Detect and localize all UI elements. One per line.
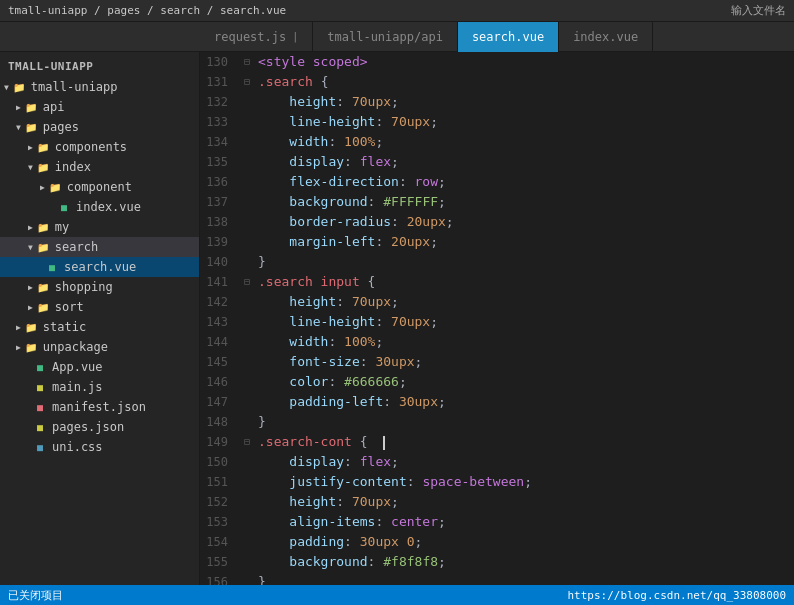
tab-api[interactable]: tmall-uniapp/api <box>313 22 458 52</box>
sidebar-item-label: pages <box>43 120 79 134</box>
sidebar-item-label: index.vue <box>76 200 141 214</box>
sidebar-item-index[interactable]: ▼ 📁 index <box>0 157 199 177</box>
sidebar-item-index-vue[interactable]: ■ index.vue <box>0 197 199 217</box>
sidebar-item-components[interactable]: ▶ 📁 components <box>0 137 199 157</box>
sidebar-item-manifest-json[interactable]: ■ manifest.json <box>0 397 199 417</box>
chevron-right-icon: ▶ <box>28 283 33 292</box>
folder-icon: 📁 <box>35 299 51 315</box>
sidebar-item-main-js[interactable]: ■ main.js <box>0 377 199 397</box>
folder-icon: 📁 <box>35 159 51 175</box>
folder-icon: 📁 <box>23 319 39 335</box>
sidebar-item-label: index <box>55 160 91 174</box>
vue-icon: ■ <box>56 199 72 215</box>
chevron-right-icon: ▶ <box>28 223 33 232</box>
folder-icon: 📁 <box>35 239 51 255</box>
sidebar-item-shopping[interactable]: ▶ 📁 shopping <box>0 277 199 297</box>
sidebar-item-label: sort <box>55 300 84 314</box>
code-line-155: 155 background: #f8f8f8; <box>200 552 794 572</box>
js-icon: ■ <box>32 379 48 395</box>
sidebar-item-label: my <box>55 220 69 234</box>
status-right: https://blog.csdn.net/qq_33808000 <box>567 589 786 602</box>
tab-separator: | <box>292 31 298 42</box>
sidebar-item-label: search <box>55 240 98 254</box>
code-line-143: 143 line-height: 70upx; <box>200 312 794 332</box>
sidebar-item-my[interactable]: ▶ 📁 my <box>0 217 199 237</box>
folder-icon: 📁 <box>23 99 39 115</box>
code-line-150: 150 display: flex; <box>200 452 794 472</box>
code-line-137: 137 background: #FFFFFF; <box>200 192 794 212</box>
code-line-132: 132 height: 70upx; <box>200 92 794 112</box>
sidebar-item-label: static <box>43 320 86 334</box>
code-line-130: 130 ⊟ <style scoped> <box>200 52 794 72</box>
sidebar-item-label: manifest.json <box>52 400 146 414</box>
code-line-131: 131 ⊟ .search { <box>200 72 794 92</box>
chevron-down-icon: ▼ <box>28 243 33 252</box>
sidebar-item-label: unpackage <box>43 340 108 354</box>
sidebar-item-pages-json[interactable]: ■ pages.json <box>0 417 199 437</box>
css-icon: ■ <box>32 439 48 455</box>
code-line-135: 135 display: flex; <box>200 152 794 172</box>
sidebar-item-root[interactable]: ▼ 📁 tmall-uniapp <box>0 77 199 97</box>
editor-hint: 输入文件名 <box>731 3 786 18</box>
json-icon: ■ <box>32 399 48 415</box>
folder-icon: 📁 <box>11 79 27 95</box>
code-line-145: 145 font-size: 30upx; <box>200 352 794 372</box>
code-line-142: 142 height: 70upx; <box>200 292 794 312</box>
sidebar-item-uni-css[interactable]: ■ uni.css <box>0 437 199 457</box>
sidebar-item-app-vue[interactable]: ■ App.vue <box>0 357 199 377</box>
status-left: 已关闭项目 <box>8 588 63 603</box>
sidebar-item-label: api <box>43 100 65 114</box>
tab-index-vue[interactable]: index.vue <box>559 22 653 52</box>
sidebar-item-label: component <box>67 180 132 194</box>
code-editor[interactable]: 130 ⊟ <style scoped> 131 ⊟ .search { 132… <box>200 52 794 585</box>
chevron-down-icon: ▼ <box>4 83 9 92</box>
folder-icon: 📁 <box>35 279 51 295</box>
chevron-down-icon: ▼ <box>16 123 21 132</box>
sidebar-item-pages[interactable]: ▼ 📁 pages <box>0 117 199 137</box>
sidebar[interactable]: TMALL-UNIAPP ▼ 📁 tmall-uniapp ▶ 📁 api ▼ … <box>0 52 200 585</box>
chevron-right-icon: ▶ <box>16 323 21 332</box>
chevron-right-icon: ▶ <box>16 343 21 352</box>
code-line-146: 146 color: #666666; <box>200 372 794 392</box>
code-line-136: 136 flex-direction: row; <box>200 172 794 192</box>
code-line-151: 151 justify-content: space-between; <box>200 472 794 492</box>
chevron-right-icon: ▶ <box>40 183 45 192</box>
sidebar-item-search-vue[interactable]: ■ search.vue <box>0 257 199 277</box>
sidebar-item-api[interactable]: ▶ 📁 api <box>0 97 199 117</box>
tab-request-js[interactable]: request.js | <box>200 22 313 52</box>
code-line-138: 138 border-radius: 20upx; <box>200 212 794 232</box>
json-icon: ■ <box>32 419 48 435</box>
code-line-139: 139 margin-left: 20upx; <box>200 232 794 252</box>
tab-search-vue[interactable]: search.vue <box>458 22 559 52</box>
sidebar-item-label: App.vue <box>52 360 103 374</box>
folder-icon: 📁 <box>35 219 51 235</box>
sidebar-title: TMALL-UNIAPP <box>0 56 199 77</box>
chevron-down-icon: ▼ <box>28 163 33 172</box>
code-line-134: 134 width: 100%; <box>200 132 794 152</box>
sidebar-item-label: main.js <box>52 380 103 394</box>
sidebar-item-label: components <box>55 140 127 154</box>
folder-icon: 📁 <box>47 179 63 195</box>
sidebar-item-search[interactable]: ▼ 📁 search <box>0 237 199 257</box>
sidebar-item-label: tmall-uniapp <box>31 80 118 94</box>
code-line-152: 152 height: 70upx; <box>200 492 794 512</box>
sidebar-item-static[interactable]: ▶ 📁 static <box>0 317 199 337</box>
folder-icon: 📁 <box>23 119 39 135</box>
tabs-bar: request.js | tmall-uniapp/api search.vue… <box>0 22 794 52</box>
code-line-141: 141 ⊟ .search input { <box>200 272 794 292</box>
sidebar-item-label: pages.json <box>52 420 124 434</box>
code-line-149: 149 ⊟ .search-cont { <box>200 432 794 452</box>
vue-icon: ■ <box>44 259 60 275</box>
sidebar-item-unpackage[interactable]: ▶ 📁 unpackage <box>0 337 199 357</box>
code-line-154: 154 padding: 30upx 0; <box>200 532 794 552</box>
sidebar-item-sort[interactable]: ▶ 📁 sort <box>0 297 199 317</box>
code-line-148: 148 } <box>200 412 794 432</box>
vue-icon: ■ <box>32 359 48 375</box>
code-line-156: 156 } <box>200 572 794 585</box>
sidebar-item-label: shopping <box>55 280 113 294</box>
status-bar: 已关闭项目 https://blog.csdn.net/qq_33808000 <box>0 585 794 605</box>
folder-icon: 📁 <box>35 139 51 155</box>
chevron-right-icon: ▶ <box>16 103 21 112</box>
sidebar-item-component[interactable]: ▶ 📁 component <box>0 177 199 197</box>
code-line-140: 140 } <box>200 252 794 272</box>
